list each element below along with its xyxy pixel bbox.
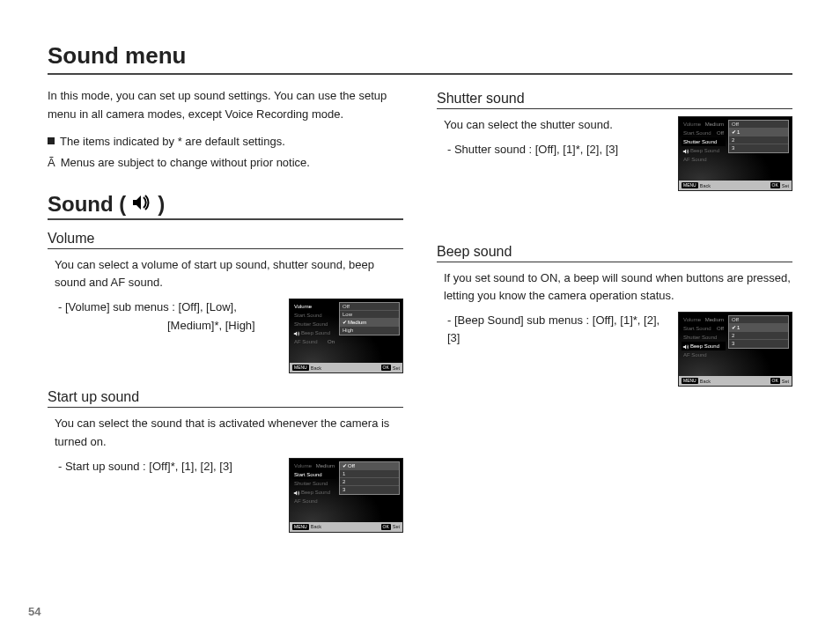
page-number: 54 [28,605,41,618]
volume-screenshot: Volume Start Sound Shutter Sound Beep So… [289,299,403,373]
menu-item: AF Sound [683,352,707,358]
page-title: Sound menu [48,42,792,75]
set-label: Set [393,524,400,529]
shutter-screenshot: VolumeMedium Start SoundOff Shutter Soun… [678,116,792,191]
menu-item: AF Sound [294,498,318,504]
menu-button-tag: MENU [682,378,698,384]
shutter-sub: - Shutter sound : [Off], [1]*, [2], [3] [447,141,667,158]
speaker-icon [682,148,689,155]
beep-row: - [Beep Sound] sub menus : [Off], [1]*, … [437,312,792,387]
option-item: 1 [737,129,740,135]
menu-value: Medium [705,122,724,127]
back-label: Back [700,183,711,188]
beep-heading: Beep sound [437,244,792,262]
change-note-text: Menus are subject to change without prio… [61,154,310,173]
option-item: 3 [340,486,399,494]
menu-button-tag: MENU [682,182,698,188]
menu-item: Shutter Sound [683,335,717,340]
startup-screenshot: VolumeMedium Start Sound Shutter Sound B… [289,458,403,533]
option-item: Off [340,303,399,311]
default-note-text: The items indicated by * are default set… [60,133,285,151]
option-item: 2 [729,136,788,144]
menu-item: Beep Sound [301,330,330,335]
columns: In this mode, you can set up sound setti… [48,87,792,549]
menu-item: Beep Sound [690,343,719,349]
startup-sub: - Start up sound : [Off]*, [1], [2], [3] [58,458,278,476]
speaker-icon [293,490,300,497]
option-item: 3 [729,144,788,152]
set-label: Set [782,379,789,384]
menu-item: Volume [683,317,701,322]
option-item: Off [729,121,788,129]
speaker-icon [682,343,689,350]
intro-text: In this mode, you can set up sound setti… [48,87,403,124]
check-icon: ✔ [343,319,347,327]
menu-item: Volume [683,122,701,127]
back-label: Back [700,379,711,384]
menu-item: Start Sound [294,472,322,477]
menu-value: Medium [316,463,335,468]
option-item: 2 [729,332,788,340]
default-note: The items indicated by * are default set… [48,133,403,151]
option-item: 1 [737,325,740,330]
menu-value: Off [717,130,724,136]
menu-item: Start Sound [683,130,711,136]
volume-sub-line2: [Medium]*, [High] [58,317,278,335]
shutter-row: You can select the shutter sound. - Shut… [437,116,792,191]
menu-item: Shutter Sound [683,139,717,144]
sound-heading-pre: Sound ( [48,192,126,217]
sound-heading-post: ) [158,192,165,217]
page: Sound menu In this mode, you can set up … [0,0,840,634]
square-bullet-icon [48,137,55,144]
volume-para: You can select a volume of start up soun… [55,256,403,291]
menu-item: Volume [294,304,312,309]
menu-item: Beep Sound [301,490,330,495]
startup-heading: Start up sound [48,389,403,408]
change-note: Ã Menus are subject to change without pr… [48,154,403,173]
speaker-icon [293,330,300,337]
option-item: Off [729,316,788,324]
startup-para: You can select the sound that is activat… [55,415,403,450]
option-item: 2 [340,478,399,486]
sound-section-heading: Sound ( ) [48,192,403,220]
menu-item: Volume [294,463,312,468]
menu-item: AF Sound [294,339,318,344]
option-item: Low [340,311,399,319]
left-column: In this mode, you can set up sound setti… [48,87,403,549]
option-item: High [340,327,399,335]
shutter-heading: Shutter sound [437,91,792,109]
option-item: Medium [348,320,366,325]
menu-item: Shutter Sound [294,481,328,486]
menu-item: Beep Sound [690,148,719,153]
beep-sub: - [Beep Sound] sub menus : [Off], [1]*, … [447,312,667,347]
shutter-para: You can select the shutter sound. [444,116,667,134]
speaker-icon [131,192,152,217]
menu-value: Off [717,326,724,331]
beep-screenshot: VolumeMedium Start SoundOff Shutter Soun… [678,312,792,387]
note-mark-icon: Ã [48,154,55,173]
menu-value: On [328,339,335,344]
ok-button-tag: OK [381,524,391,530]
beep-para: If you set sound to ON, a beep will soun… [444,269,792,305]
startup-row: - Start up sound : [Off]*, [1], [2], [3]… [48,458,403,533]
set-label: Set [393,365,400,371]
ok-button-tag: OK [770,182,780,188]
menu-item: AF Sound [683,157,707,162]
volume-heading: Volume [48,231,403,249]
option-item: 3 [729,340,788,348]
volume-submenu-text: - [Volume] sub menus : [Off], [Low], [Me… [48,299,278,334]
set-label: Set [782,183,789,188]
ok-button-tag: OK [381,365,391,371]
menu-button-tag: MENU [292,365,309,371]
check-icon: ✔ [343,462,347,470]
volume-sub-line1: - [Volume] sub menus : [Off], [Low], [58,299,278,316]
right-column: Shutter sound You can select the shutter… [437,87,792,549]
back-label: Back [311,365,321,371]
check-icon: ✔ [732,324,736,332]
menu-item: Start Sound [294,313,322,318]
option-item: 1 [340,470,399,478]
menu-value: Medium [705,317,724,322]
menu-item: Start Sound [683,326,711,331]
check-icon: ✔ [732,129,736,136]
back-label: Back [311,524,321,529]
